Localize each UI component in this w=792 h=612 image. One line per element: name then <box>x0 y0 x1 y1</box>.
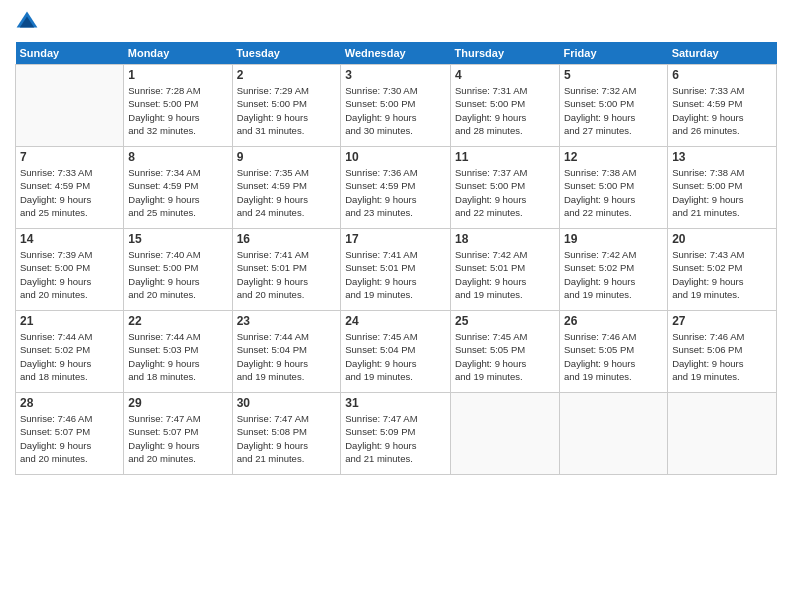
calendar-cell: 10Sunrise: 7:36 AM Sunset: 4:59 PM Dayli… <box>341 147 451 229</box>
calendar-table: SundayMondayTuesdayWednesdayThursdayFrid… <box>15 42 777 475</box>
calendar-cell: 21Sunrise: 7:44 AM Sunset: 5:02 PM Dayli… <box>16 311 124 393</box>
day-info: Sunrise: 7:29 AM Sunset: 5:00 PM Dayligh… <box>237 84 337 137</box>
day-info: Sunrise: 7:46 AM Sunset: 5:05 PM Dayligh… <box>564 330 663 383</box>
day-info: Sunrise: 7:44 AM Sunset: 5:03 PM Dayligh… <box>128 330 227 383</box>
weekday-header-thursday: Thursday <box>451 42 560 65</box>
day-info: Sunrise: 7:38 AM Sunset: 5:00 PM Dayligh… <box>672 166 772 219</box>
day-number: 22 <box>128 314 227 328</box>
calendar-cell: 20Sunrise: 7:43 AM Sunset: 5:02 PM Dayli… <box>668 229 777 311</box>
calendar-cell: 13Sunrise: 7:38 AM Sunset: 5:00 PM Dayli… <box>668 147 777 229</box>
day-number: 19 <box>564 232 663 246</box>
day-info: Sunrise: 7:44 AM Sunset: 5:02 PM Dayligh… <box>20 330 119 383</box>
calendar-week-3: 14Sunrise: 7:39 AM Sunset: 5:00 PM Dayli… <box>16 229 777 311</box>
page-header <box>15 10 777 34</box>
calendar-cell: 2Sunrise: 7:29 AM Sunset: 5:00 PM Daylig… <box>232 65 341 147</box>
day-number: 6 <box>672 68 772 82</box>
day-info: Sunrise: 7:33 AM Sunset: 4:59 PM Dayligh… <box>20 166 119 219</box>
day-info: Sunrise: 7:41 AM Sunset: 5:01 PM Dayligh… <box>237 248 337 301</box>
day-info: Sunrise: 7:46 AM Sunset: 5:06 PM Dayligh… <box>672 330 772 383</box>
calendar-cell: 17Sunrise: 7:41 AM Sunset: 5:01 PM Dayli… <box>341 229 451 311</box>
day-info: Sunrise: 7:35 AM Sunset: 4:59 PM Dayligh… <box>237 166 337 219</box>
day-info: Sunrise: 7:45 AM Sunset: 5:04 PM Dayligh… <box>345 330 446 383</box>
calendar-cell: 18Sunrise: 7:42 AM Sunset: 5:01 PM Dayli… <box>451 229 560 311</box>
calendar-cell: 3Sunrise: 7:30 AM Sunset: 5:00 PM Daylig… <box>341 65 451 147</box>
day-info: Sunrise: 7:47 AM Sunset: 5:08 PM Dayligh… <box>237 412 337 465</box>
day-number: 11 <box>455 150 555 164</box>
day-info: Sunrise: 7:39 AM Sunset: 5:00 PM Dayligh… <box>20 248 119 301</box>
day-number: 16 <box>237 232 337 246</box>
calendar-cell: 19Sunrise: 7:42 AM Sunset: 5:02 PM Dayli… <box>560 229 668 311</box>
day-number: 7 <box>20 150 119 164</box>
day-info: Sunrise: 7:33 AM Sunset: 4:59 PM Dayligh… <box>672 84 772 137</box>
calendar-cell: 28Sunrise: 7:46 AM Sunset: 5:07 PM Dayli… <box>16 393 124 475</box>
day-number: 8 <box>128 150 227 164</box>
calendar-cell: 31Sunrise: 7:47 AM Sunset: 5:09 PM Dayli… <box>341 393 451 475</box>
calendar-cell: 9Sunrise: 7:35 AM Sunset: 4:59 PM Daylig… <box>232 147 341 229</box>
day-info: Sunrise: 7:28 AM Sunset: 5:00 PM Dayligh… <box>128 84 227 137</box>
day-number: 29 <box>128 396 227 410</box>
day-number: 24 <box>345 314 446 328</box>
weekday-header-row: SundayMondayTuesdayWednesdayThursdayFrid… <box>16 42 777 65</box>
day-number: 25 <box>455 314 555 328</box>
day-info: Sunrise: 7:45 AM Sunset: 5:05 PM Dayligh… <box>455 330 555 383</box>
calendar-cell: 6Sunrise: 7:33 AM Sunset: 4:59 PM Daylig… <box>668 65 777 147</box>
day-info: Sunrise: 7:44 AM Sunset: 5:04 PM Dayligh… <box>237 330 337 383</box>
day-info: Sunrise: 7:43 AM Sunset: 5:02 PM Dayligh… <box>672 248 772 301</box>
weekday-header-sunday: Sunday <box>16 42 124 65</box>
calendar-cell: 29Sunrise: 7:47 AM Sunset: 5:07 PM Dayli… <box>124 393 232 475</box>
day-number: 26 <box>564 314 663 328</box>
calendar-cell: 7Sunrise: 7:33 AM Sunset: 4:59 PM Daylig… <box>16 147 124 229</box>
day-number: 3 <box>345 68 446 82</box>
day-number: 13 <box>672 150 772 164</box>
calendar-cell: 12Sunrise: 7:38 AM Sunset: 5:00 PM Dayli… <box>560 147 668 229</box>
calendar-week-2: 7Sunrise: 7:33 AM Sunset: 4:59 PM Daylig… <box>16 147 777 229</box>
weekday-header-saturday: Saturday <box>668 42 777 65</box>
calendar-cell: 8Sunrise: 7:34 AM Sunset: 4:59 PM Daylig… <box>124 147 232 229</box>
day-number: 18 <box>455 232 555 246</box>
day-number: 17 <box>345 232 446 246</box>
calendar-cell: 16Sunrise: 7:41 AM Sunset: 5:01 PM Dayli… <box>232 229 341 311</box>
day-number: 9 <box>237 150 337 164</box>
day-info: Sunrise: 7:47 AM Sunset: 5:09 PM Dayligh… <box>345 412 446 465</box>
day-info: Sunrise: 7:47 AM Sunset: 5:07 PM Dayligh… <box>128 412 227 465</box>
calendar-cell <box>16 65 124 147</box>
calendar-cell <box>560 393 668 475</box>
day-number: 14 <box>20 232 119 246</box>
day-number: 23 <box>237 314 337 328</box>
calendar-cell: 24Sunrise: 7:45 AM Sunset: 5:04 PM Dayli… <box>341 311 451 393</box>
day-info: Sunrise: 7:41 AM Sunset: 5:01 PM Dayligh… <box>345 248 446 301</box>
day-number: 1 <box>128 68 227 82</box>
day-info: Sunrise: 7:42 AM Sunset: 5:02 PM Dayligh… <box>564 248 663 301</box>
logo <box>15 10 43 34</box>
calendar-cell: 15Sunrise: 7:40 AM Sunset: 5:00 PM Dayli… <box>124 229 232 311</box>
day-number: 20 <box>672 232 772 246</box>
weekday-header-wednesday: Wednesday <box>341 42 451 65</box>
calendar-cell: 5Sunrise: 7:32 AM Sunset: 5:00 PM Daylig… <box>560 65 668 147</box>
weekday-header-monday: Monday <box>124 42 232 65</box>
day-number: 27 <box>672 314 772 328</box>
calendar-cell: 4Sunrise: 7:31 AM Sunset: 5:00 PM Daylig… <box>451 65 560 147</box>
calendar-week-1: 1Sunrise: 7:28 AM Sunset: 5:00 PM Daylig… <box>16 65 777 147</box>
day-number: 30 <box>237 396 337 410</box>
day-number: 2 <box>237 68 337 82</box>
day-number: 31 <box>345 396 446 410</box>
calendar-cell: 30Sunrise: 7:47 AM Sunset: 5:08 PM Dayli… <box>232 393 341 475</box>
calendar-week-5: 28Sunrise: 7:46 AM Sunset: 5:07 PM Dayli… <box>16 393 777 475</box>
day-number: 28 <box>20 396 119 410</box>
calendar-cell <box>668 393 777 475</box>
calendar-cell: 14Sunrise: 7:39 AM Sunset: 5:00 PM Dayli… <box>16 229 124 311</box>
calendar-cell: 11Sunrise: 7:37 AM Sunset: 5:00 PM Dayli… <box>451 147 560 229</box>
day-info: Sunrise: 7:38 AM Sunset: 5:00 PM Dayligh… <box>564 166 663 219</box>
calendar-cell: 26Sunrise: 7:46 AM Sunset: 5:05 PM Dayli… <box>560 311 668 393</box>
calendar-cell <box>451 393 560 475</box>
calendar-cell: 25Sunrise: 7:45 AM Sunset: 5:05 PM Dayli… <box>451 311 560 393</box>
day-info: Sunrise: 7:32 AM Sunset: 5:00 PM Dayligh… <box>564 84 663 137</box>
weekday-header-tuesday: Tuesday <box>232 42 341 65</box>
weekday-header-friday: Friday <box>560 42 668 65</box>
day-number: 12 <box>564 150 663 164</box>
day-info: Sunrise: 7:31 AM Sunset: 5:00 PM Dayligh… <box>455 84 555 137</box>
day-info: Sunrise: 7:40 AM Sunset: 5:00 PM Dayligh… <box>128 248 227 301</box>
day-info: Sunrise: 7:37 AM Sunset: 5:00 PM Dayligh… <box>455 166 555 219</box>
calendar-cell: 1Sunrise: 7:28 AM Sunset: 5:00 PM Daylig… <box>124 65 232 147</box>
day-number: 15 <box>128 232 227 246</box>
